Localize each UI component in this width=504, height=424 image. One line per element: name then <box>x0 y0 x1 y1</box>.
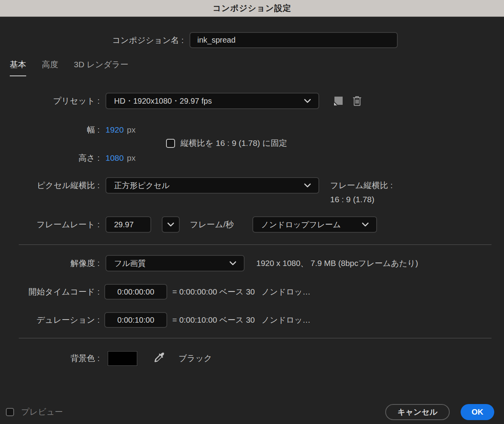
eyedropper-icon <box>153 351 166 365</box>
frame-rate-row: フレームレート : 29.97 フレーム/秒 ノンドロップフレーム <box>0 216 504 233</box>
aspect-lock-row: 縦横比を 16 : 9 (1.78) に固定 <box>0 138 504 149</box>
width-unit: px <box>127 125 136 135</box>
duration-info: = 0:00:10:00 ベース 30 ノンドロッ… <box>172 314 311 325</box>
duration-input[interactable]: 0:00:10:00 <box>104 312 167 328</box>
duration-value: 0:00:10:00 <box>117 316 154 325</box>
frame-aspect-label: フレーム縦横比 : <box>330 180 393 190</box>
delete-preset-button[interactable] <box>352 95 363 107</box>
height-value[interactable]: 1080 <box>105 153 124 163</box>
resolution-info: 1920 x 1080、 7.9 MB (8bpcフレームあたり) <box>256 258 418 269</box>
background-color-name: ブラック <box>179 353 212 364</box>
frame-aspect-info: フレーム縦横比 : 16 : 9 (1.78) <box>330 180 393 205</box>
settings-tabs: 基本 高度 3D レンダラー <box>0 59 504 77</box>
dialog-title: コンポジション設定 <box>213 3 291 14</box>
composition-name-input[interactable]: ink_spread <box>189 32 398 48</box>
section-divider <box>19 338 491 338</box>
preview-checkbox[interactable] <box>6 408 14 416</box>
aspect-lock-checkbox[interactable] <box>166 139 175 148</box>
frame-rate-value: 29.97 <box>114 220 134 229</box>
tab-basic[interactable]: 基本 <box>10 59 26 76</box>
resolution-value: フル画質 <box>114 258 146 269</box>
preset-dropdown[interactable]: HD・1920x1080・29.97 fps <box>105 93 319 109</box>
width-row: 幅 : 1920 px <box>0 122 504 138</box>
ok-button[interactable]: OK <box>461 404 494 420</box>
trash-icon <box>352 95 363 107</box>
height-label: 高さ : <box>0 153 100 163</box>
pixel-aspect-dropdown[interactable]: 正方形ピクセル <box>105 177 319 194</box>
start-timecode-info: = 0:00:00:00 ベース 30 ノンドロッ… <box>172 286 311 297</box>
tab-advanced[interactable]: 高度 <box>42 59 58 76</box>
frame-rate-label: フレームレート : <box>0 219 100 230</box>
height-unit: px <box>127 153 136 163</box>
height-row: 高さ : 1080 px <box>0 150 504 166</box>
start-timecode-label: 開始タイムコード : <box>0 286 100 297</box>
drop-frame-value: ノンドロップフレーム <box>261 219 341 230</box>
preset-row: プリセット : HD・1920x1080・29.97 fps <box>0 93 504 109</box>
pixel-aspect-label: ピクセル縦横比 : <box>0 180 100 191</box>
section-divider <box>19 244 491 245</box>
eyedropper-button[interactable] <box>153 351 166 365</box>
preset-label: プリセット : <box>0 95 100 106</box>
resolution-row: 解像度 : フル画質 1920 x 1080、 7.9 MB (8bpcフレーム… <box>0 255 504 271</box>
save-preset-button[interactable] <box>332 95 344 107</box>
composition-settings-dialog: コンポジション設定 コンポジション名 : ink_spread 基本 高度 3D… <box>0 0 504 424</box>
composition-name-label: コンポジション名 : <box>0 35 184 46</box>
chevron-down-icon <box>228 259 238 268</box>
resolution-dropdown[interactable]: フル画質 <box>105 255 245 271</box>
start-timecode-value: 0:00:00:00 <box>117 287 154 296</box>
chevron-down-icon <box>166 220 175 229</box>
frame-rate-input[interactable]: 29.97 <box>105 216 151 233</box>
composition-name-row: コンポジション名 : ink_spread <box>0 32 504 48</box>
save-preset-icon <box>332 95 344 107</box>
frame-aspect-value: 16 : 9 (1.78) <box>330 194 393 205</box>
aspect-lock-label: 縦横比を 16 : 9 (1.78) に固定 <box>181 138 287 149</box>
chevron-down-icon <box>303 96 312 106</box>
preset-value: HD・1920x1080・29.97 fps <box>114 96 212 106</box>
dialog-titlebar: コンポジション設定 <box>0 0 504 17</box>
background-color-row: 背景色 : ブラック <box>0 350 504 366</box>
preview-label: プレビュー <box>21 406 63 417</box>
start-timecode-input[interactable]: 0:00:00:00 <box>104 284 167 300</box>
background-color-swatch[interactable] <box>107 351 138 366</box>
duration-row: デュレーション : 0:00:10:00 = 0:00:10:00 ベース 30… <box>0 312 504 328</box>
resolution-label: 解像度 : <box>0 258 100 269</box>
frame-rate-preset-dropdown[interactable] <box>162 216 180 233</box>
frame-rate-unit-label: フレーム/秒 <box>190 219 234 230</box>
cancel-button[interactable]: キャンセル <box>385 404 450 420</box>
pixel-aspect-value: 正方形ピクセル <box>114 180 170 191</box>
pixel-aspect-row: ピクセル縦横比 : 正方形ピクセル <box>0 177 504 194</box>
chevron-down-icon <box>303 181 312 190</box>
composition-name-value: ink_spread <box>197 36 236 45</box>
chevron-down-icon <box>361 220 370 229</box>
background-color-label: 背景色 : <box>0 353 100 364</box>
start-timecode-row: 開始タイムコード : 0:00:00:00 = 0:00:00:00 ベース 3… <box>0 284 504 300</box>
drop-frame-dropdown[interactable]: ノンドロップフレーム <box>252 216 377 233</box>
tab-3d-renderer[interactable]: 3D レンダラー <box>74 59 129 76</box>
duration-label: デュレーション : <box>0 314 100 325</box>
footer-bar: プレビュー キャンセル OK <box>0 404 504 420</box>
width-label: 幅 : <box>0 124 100 135</box>
width-value[interactable]: 1920 <box>105 125 124 135</box>
